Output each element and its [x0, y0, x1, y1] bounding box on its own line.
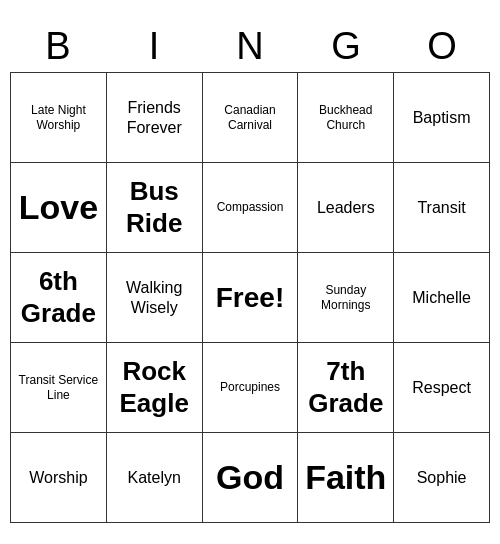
cell-text: Free! [216, 281, 284, 315]
cell-text: Compassion [217, 200, 284, 214]
cell-r3-c1: Rock Eagle [107, 343, 203, 433]
cell-r4-c3: Faith [298, 433, 394, 523]
cell-r3-c4: Respect [394, 343, 490, 433]
cell-r2-c1: Walking Wisely [107, 253, 203, 343]
cell-text: Walking Wisely [112, 278, 197, 316]
cell-r4-c1: Katelyn [107, 433, 203, 523]
cell-r0-c0: Late Night Worship [11, 73, 107, 163]
cell-r0-c2: Canadian Carnival [203, 73, 299, 163]
cell-r4-c4: Sophie [394, 433, 490, 523]
cell-r1-c3: Leaders [298, 163, 394, 253]
cell-text: God [216, 457, 284, 498]
cell-text: Sunday Mornings [303, 283, 388, 312]
cell-r0-c3: Buckhead Church [298, 73, 394, 163]
cell-text: Love [19, 187, 98, 228]
header-letter: N [202, 21, 298, 72]
cell-text: Respect [412, 378, 471, 397]
cell-text: Katelyn [128, 468, 181, 487]
cell-text: Friends Forever [112, 98, 197, 136]
header-letter: B [10, 21, 106, 72]
cell-text: Sophie [417, 468, 467, 487]
cell-text: 6th Grade [16, 266, 101, 328]
cell-r1-c4: Transit [394, 163, 490, 253]
cell-r2-c0: 6th Grade [11, 253, 107, 343]
cell-text: Porcupines [220, 380, 280, 394]
cell-r1-c0: Love [11, 163, 107, 253]
cell-text: Michelle [412, 288, 471, 307]
bingo-header: BINGO [10, 21, 490, 72]
cell-text: Rock Eagle [112, 356, 197, 418]
cell-text: Late Night Worship [16, 103, 101, 132]
cell-text: 7th Grade [303, 356, 388, 418]
cell-text: Transit [417, 198, 465, 217]
cell-r1-c2: Compassion [203, 163, 299, 253]
cell-r3-c0: Transit Service Line [11, 343, 107, 433]
cell-text: Faith [305, 457, 386, 498]
cell-r0-c1: Friends Forever [107, 73, 203, 163]
cell-r0-c4: Baptism [394, 73, 490, 163]
bingo-card: BINGO Late Night WorshipFriends ForeverC… [10, 21, 490, 523]
cell-r2-c4: Michelle [394, 253, 490, 343]
cell-r2-c3: Sunday Mornings [298, 253, 394, 343]
header-letter: O [394, 21, 490, 72]
cell-r2-c2: Free! [203, 253, 299, 343]
cell-r3-c2: Porcupines [203, 343, 299, 433]
cell-text: Canadian Carnival [208, 103, 293, 132]
cell-text: Buckhead Church [303, 103, 388, 132]
cell-r1-c1: Bus Ride [107, 163, 203, 253]
cell-text: Transit Service Line [16, 373, 101, 402]
cell-r4-c0: Worship [11, 433, 107, 523]
cell-r4-c2: God [203, 433, 299, 523]
bingo-grid: Late Night WorshipFriends ForeverCanadia… [10, 72, 490, 523]
cell-text: Worship [29, 468, 87, 487]
cell-text: Leaders [317, 198, 375, 217]
header-letter: G [298, 21, 394, 72]
cell-text: Bus Ride [112, 176, 197, 238]
cell-r3-c3: 7th Grade [298, 343, 394, 433]
header-letter: I [106, 21, 202, 72]
cell-text: Baptism [413, 108, 471, 127]
